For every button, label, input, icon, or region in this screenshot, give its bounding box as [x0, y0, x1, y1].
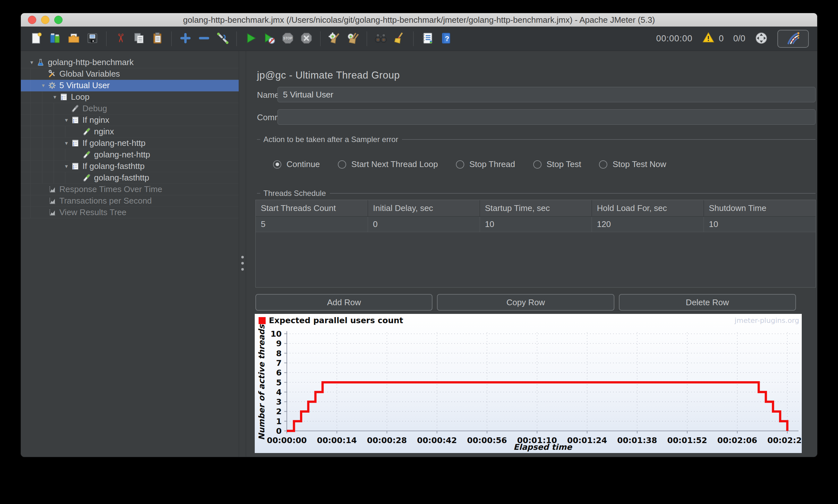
tree-item-golang-fasthttp[interactable]: golang-fasthttp	[21, 172, 239, 184]
start-button[interactable]	[243, 32, 258, 46]
table-cell[interactable]: 10	[479, 217, 592, 232]
y-tick-label: 10	[270, 329, 282, 339]
x-tick-label: 00:00:00	[267, 436, 307, 445]
new-file-icon	[30, 32, 43, 46]
sampler-icon	[83, 127, 91, 136]
tree-item-loop[interactable]: ▼Loop	[21, 91, 239, 103]
radio-stop-test-now[interactable]: Stop Test Now	[599, 159, 666, 169]
expand-arrow-icon[interactable]: ▼	[62, 140, 71, 146]
expand-arrow-icon[interactable]: ▼	[39, 83, 48, 88]
table-cell[interactable]: 5	[256, 217, 368, 232]
table-cell[interactable]: 10	[703, 217, 816, 232]
tree-item-debug[interactable]: Debug	[21, 103, 239, 114]
radio-label: Stop Test	[547, 159, 581, 169]
radio-unselected-icon	[338, 160, 346, 169]
clear-all-button[interactable]	[346, 32, 360, 46]
expand-arrow-icon[interactable]: ▼	[27, 60, 36, 65]
copy-row-button[interactable]: Copy Row	[437, 294, 614, 311]
threads-schedule-chart: 01234567891000:00:0000:00:1400:00:2800:0…	[255, 314, 802, 453]
jmeter-window: golang-http-benchmark.jmx (/Users/nicola…	[20, 13, 818, 457]
column-header-start-threads-count: Start Threads Count	[256, 200, 368, 217]
radio-continue[interactable]: Continue	[273, 159, 320, 169]
cut-icon: ✂	[114, 32, 127, 46]
sampler-error-group: Action to be taken after a Sampler error…	[257, 135, 816, 169]
tree-item-global-variables[interactable]: Global Variables	[21, 68, 239, 80]
listener-chart-icon	[48, 197, 56, 205]
tree-indent-guide	[31, 172, 31, 183]
listener-chart-icon	[48, 208, 56, 217]
warning-icon[interactable]	[702, 31, 715, 46]
paste-button[interactable]	[150, 32, 165, 46]
cut-button[interactable]: ✂	[113, 32, 128, 46]
reset-button[interactable]	[215, 32, 230, 46]
panel-splitter[interactable]	[239, 51, 246, 457]
search-button[interactable]	[373, 32, 388, 46]
save-button[interactable]	[85, 32, 100, 46]
toolbar-separator	[171, 32, 172, 46]
remove-button[interactable]	[197, 32, 211, 46]
legend-swatch	[259, 317, 266, 324]
sampler-disabled-icon	[71, 104, 80, 113]
tree-item-label: Transactions per Second	[59, 196, 152, 206]
add-button[interactable]	[178, 32, 193, 46]
shutdown-button[interactable]	[299, 32, 314, 46]
y-tick-label: 7	[276, 358, 282, 368]
help-icon: ?	[439, 32, 453, 46]
tree-item-label: golang-net-http	[94, 150, 150, 160]
function-helper-icon	[421, 32, 434, 46]
radio-stop-thread[interactable]: Stop Thread	[456, 159, 515, 169]
tree-indent-guide	[54, 103, 54, 114]
table-cell[interactable]: 120	[592, 217, 703, 232]
expand-arrow-icon[interactable]: ▼	[62, 118, 71, 123]
search-icon	[374, 32, 387, 46]
tree-item-5-virtual-user[interactable]: ▼5 Virtual User	[21, 80, 239, 91]
expand-arrow-icon[interactable]: ▼	[50, 94, 59, 100]
column-header-shutdown-time: Shutdown Time	[703, 200, 816, 217]
y-tick-label: 1	[276, 417, 282, 426]
tree-item-if-golang-fasthttp[interactable]: ▼If golang-fasthttp	[21, 161, 239, 172]
expand-arrow-icon[interactable]: ▼	[62, 163, 71, 169]
reset-icon	[216, 32, 229, 46]
name-input[interactable]	[278, 87, 816, 102]
remove-icon	[197, 32, 211, 46]
table-row: 501012010	[256, 217, 816, 232]
stop-button[interactable]: STOP	[280, 32, 295, 46]
function-helper-button[interactable]	[420, 32, 435, 46]
tree-item-golang-http-benchmark[interactable]: ▼golang-http-benchmark	[21, 57, 239, 68]
start-no-timers-button[interactable]	[262, 32, 277, 46]
tree-item-if-nginx[interactable]: ▼If nginx	[21, 114, 239, 126]
tree-item-response-times-over-time[interactable]: Response Times Over Time	[21, 184, 239, 195]
comments-input[interactable]	[278, 109, 816, 125]
element-type-title: jp@gc - Ultimate Thread Group	[257, 70, 400, 81]
copy-button[interactable]	[132, 32, 146, 46]
delete-row-button[interactable]: Delete Row	[619, 294, 796, 311]
templates-button[interactable]	[48, 32, 63, 46]
tree-item-transactions-per-second[interactable]: Transactions per Second	[21, 195, 239, 207]
tree-item-if-golang-net-http[interactable]: ▼If golang-net-http	[21, 138, 239, 149]
add-row-button[interactable]: Add Row	[256, 294, 433, 311]
radio-start-next-thread-loop[interactable]: Start Next Thread Loop	[338, 159, 438, 169]
open-file-button[interactable]	[66, 32, 81, 46]
table-cell[interactable]: 0	[368, 217, 479, 232]
new-file-button[interactable]	[29, 32, 44, 46]
jmeter-logo-button[interactable]	[778, 30, 809, 48]
tree-item-view-results-tree[interactable]: View Results Tree	[21, 207, 239, 218]
toolbar-separator	[320, 32, 320, 46]
tree-item-nginx[interactable]: nginx	[21, 126, 239, 138]
clear-search-icon	[393, 32, 406, 46]
tree-indent-guide	[42, 114, 42, 126]
x-tick-label: 00:00:42	[417, 436, 457, 445]
start-icon	[244, 32, 257, 46]
radio-stop-test[interactable]: Stop Test	[533, 159, 581, 169]
help-button[interactable]: ?	[439, 32, 453, 46]
clear-search-button[interactable]	[392, 32, 407, 46]
clear-all-icon	[346, 32, 360, 46]
splitter-grip-icon	[241, 256, 244, 271]
tree-item-golang-net-http[interactable]: golang-net-http	[21, 149, 239, 161]
test-plan-flask-icon	[36, 58, 45, 67]
circular-arrows-icon[interactable]	[755, 32, 768, 46]
clear-button[interactable]	[327, 32, 342, 46]
tree-indent-guide	[31, 68, 31, 79]
tree-indent-guide	[31, 80, 31, 91]
copy-icon	[132, 32, 146, 46]
